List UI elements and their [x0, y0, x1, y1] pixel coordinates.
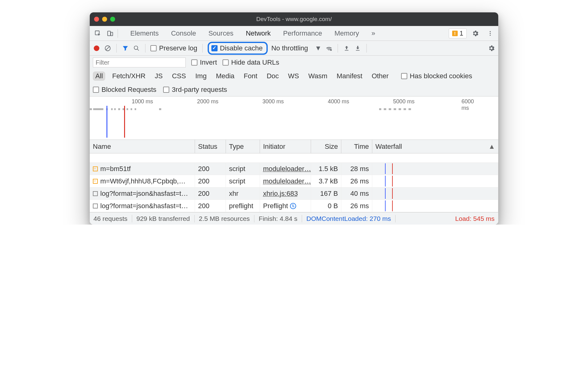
has-blocked-cookies-input[interactable]: [401, 73, 407, 79]
issues-badge[interactable]: ! 1: [449, 28, 467, 38]
type-chip-img[interactable]: Img: [193, 71, 209, 81]
table-row[interactable]: log?format=json&hasfast=t…200preflightPr…: [90, 200, 498, 212]
table-row[interactable]: m=Wt6vjf,hhhU8,FCpbqb,…200scriptmodulelo…: [90, 175, 498, 187]
timeline-bar: [111, 108, 113, 110]
tab-network[interactable]: Network: [240, 26, 277, 41]
cell-initiator[interactable]: xhrio.js:683: [260, 187, 311, 200]
cell-type: xhr: [226, 187, 260, 200]
status-transferred: 929 kB transferred: [132, 215, 195, 222]
invert-input[interactable]: [191, 59, 197, 66]
device-toolbar-icon[interactable]: [104, 26, 116, 41]
preserve-log-input[interactable]: [150, 45, 157, 51]
hide-data-urls-input[interactable]: [223, 59, 229, 66]
divider: [366, 44, 367, 53]
type-chip-js[interactable]: JS: [152, 71, 165, 81]
cell-status: 200: [195, 163, 226, 175]
tab-elements[interactable]: Elements: [124, 26, 165, 41]
svg-line-7: [106, 46, 110, 50]
column-type[interactable]: Type: [226, 140, 260, 153]
has-blocked-cookies-checkbox[interactable]: Has blocked cookies: [401, 72, 472, 80]
blocked-requests-checkbox[interactable]: Blocked Requests: [93, 86, 156, 94]
timeline-tick: 4000 ms: [328, 98, 349, 105]
filter-icon[interactable]: [122, 45, 129, 51]
cell-time: 26 ms: [341, 175, 372, 187]
timeline-overview[interactable]: 1000 ms2000 ms3000 ms4000 ms5000 ms6000 …: [90, 97, 498, 140]
third-party-input[interactable]: [163, 87, 169, 93]
preserve-log-checkbox[interactable]: Preserve log: [150, 44, 197, 52]
disable-cache-input[interactable]: [211, 45, 218, 51]
close-window-button[interactable]: [94, 17, 99, 22]
file-name: m=Wt6vjf,hhhU8,FCpbqb,…: [100, 177, 186, 185]
column-size[interactable]: Size: [311, 140, 341, 153]
upload-har-icon[interactable]: [343, 45, 350, 51]
invert-checkbox[interactable]: Invert: [191, 58, 217, 67]
table-row[interactable]: m=bm51tf200scriptmoduleloader…1.5 kB28 m…: [90, 163, 498, 175]
tab-memory[interactable]: Memory: [328, 26, 365, 41]
initiator-text: moduleloader…: [263, 165, 311, 173]
filter-input[interactable]: [93, 58, 186, 67]
status-requests: 46 requests: [93, 215, 132, 222]
type-chip-all[interactable]: All: [93, 71, 105, 81]
cell-initiator[interactable]: moduleloader…: [260, 175, 311, 187]
column-initiator[interactable]: Initiator: [260, 140, 311, 153]
titlebar: DevTools - www.google.com/: [90, 12, 498, 26]
column-status[interactable]: Status: [195, 140, 226, 153]
svg-rect-12: [356, 50, 360, 50]
cell-type: script: [226, 163, 260, 175]
waterfall-dcl-line: [385, 200, 386, 211]
more-tabs-button[interactable]: »: [365, 26, 381, 41]
timeline-bar: [127, 108, 128, 110]
timeline-bar: [389, 108, 391, 110]
blocked-requests-input[interactable]: [93, 87, 99, 93]
type-chip-other[interactable]: Other: [369, 71, 391, 81]
type-chip-font[interactable]: Font: [241, 71, 260, 81]
tab-sources[interactable]: Sources: [202, 26, 240, 41]
disable-cache-checkbox[interactable]: Disable cache: [208, 42, 268, 55]
timeline-bar: [409, 108, 411, 110]
timeline-bar: [118, 108, 120, 110]
clear-button[interactable]: [104, 45, 111, 52]
download-har-icon[interactable]: [354, 45, 361, 51]
cell-initiator[interactable]: moduleloader…: [260, 163, 311, 175]
search-icon[interactable]: [133, 45, 140, 51]
window-title: DevTools - www.google.com/: [256, 16, 332, 23]
cell-size: 167 B: [311, 187, 341, 200]
type-chip-manifest[interactable]: Manifest: [334, 71, 365, 81]
hide-data-urls-checkbox[interactable]: Hide data URLs: [223, 58, 279, 67]
type-chip-wasm[interactable]: Wasm: [306, 71, 330, 81]
extra-filter-bar: Blocked Requests 3rd-party requests: [90, 83, 498, 97]
type-chip-css[interactable]: CSS: [170, 71, 188, 81]
type-chip-media[interactable]: Media: [214, 71, 237, 81]
record-button[interactable]: [93, 45, 100, 51]
column-waterfall[interactable]: Waterfall ▲: [372, 140, 498, 153]
maximize-window-button[interactable]: [110, 17, 115, 22]
file-name: log?format=json&hasfast=t…: [100, 190, 188, 198]
devtools-tabbar: ElementsConsoleSourcesNetworkPerformance…: [90, 26, 498, 41]
svg-point-4: [490, 33, 491, 34]
kebab-menu-icon[interactable]: [484, 26, 496, 41]
minimize-window-button[interactable]: [102, 17, 107, 22]
tab-performance[interactable]: Performance: [277, 26, 328, 41]
table-row[interactable]: log?format=json&hasfast=t…200xhrxhrio.js…: [90, 187, 498, 200]
column-name[interactable]: Name: [90, 140, 195, 153]
waterfall-dcl-line: [385, 176, 386, 187]
file-name: log?format=json&hasfast=t…: [100, 202, 188, 210]
type-chip-fetchxhr[interactable]: Fetch/XHR: [110, 71, 148, 81]
cell-size: 3.7 kB: [311, 175, 341, 187]
column-time[interactable]: Time: [341, 140, 372, 153]
dcl-marker: [106, 106, 107, 138]
throttling-select[interactable]: No throttling ▼: [271, 44, 322, 52]
tab-console[interactable]: Console: [165, 26, 202, 41]
type-chip-ws[interactable]: WS: [286, 71, 301, 81]
svg-rect-2: [111, 32, 113, 36]
timeline-bar: [131, 108, 132, 110]
cell-initiator: Preflight⇅: [260, 200, 311, 212]
status-finish: Finish: 4.84 s: [254, 215, 302, 222]
third-party-checkbox[interactable]: 3rd-party requests: [163, 86, 227, 94]
network-conditions-icon[interactable]: [325, 45, 333, 52]
cell-status: 200: [195, 175, 226, 187]
type-chip-doc[interactable]: Doc: [264, 71, 281, 81]
inspect-element-icon[interactable]: [92, 26, 104, 41]
network-settings-icon[interactable]: [488, 45, 495, 52]
settings-icon[interactable]: [469, 26, 482, 41]
